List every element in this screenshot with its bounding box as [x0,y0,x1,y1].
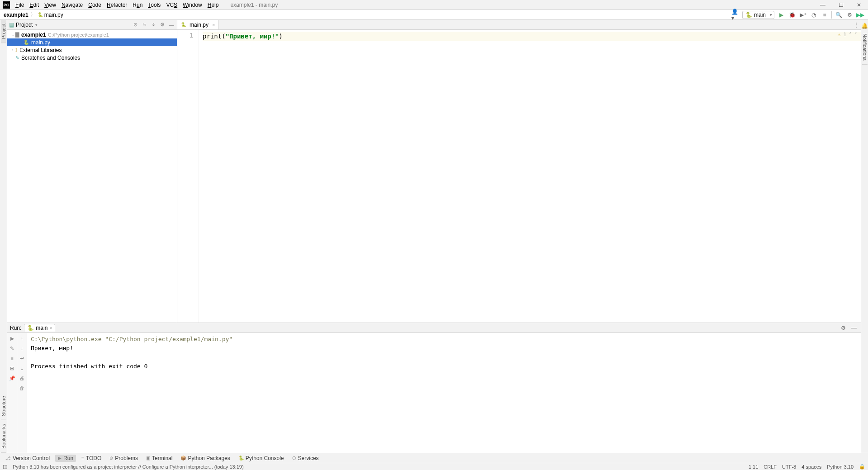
menu-help[interactable]: Help [205,1,222,9]
layout-icon[interactable]: ⊞ [9,365,16,372]
code-line-1[interactable]: print("Привет, мир!") [203,32,861,41]
maximize-button[interactable]: ☐ [832,0,850,10]
chevron-down-icon[interactable]: ▾ [35,23,38,27]
bottom-tab-run[interactable]: ▶Run [55,455,76,462]
status-line-sep[interactable]: CRLF [764,464,777,470]
external-libraries-label: External Libraries [19,47,62,53]
folder-icon: ▇ [15,32,19,38]
collapse-all-icon[interactable]: ≑ [150,21,157,28]
terminal-icon: ▣ [146,456,150,461]
run-icon: ▶ [58,456,62,461]
left-tab-structure[interactable]: Structure [1,392,6,420]
editor-tabs-more-icon[interactable]: ⋮ [852,20,861,29]
expand-arrow-icon[interactable]: ⌄ [10,33,15,37]
menu-vcs[interactable]: VCS [163,1,180,9]
scroll-to-end-icon[interactable]: ⤓ [19,365,26,372]
breadcrumb-root[interactable]: example1 [4,12,28,18]
select-opened-file-icon[interactable]: ⊙ [132,21,139,28]
todo-icon: ≡ [81,456,84,461]
settings-icon[interactable]: ⚙ [839,324,847,332]
right-tab-notifications[interactable]: Notifications [862,30,868,65]
print-icon[interactable]: 🖨 [19,375,26,382]
close-button[interactable]: ✕ [850,0,868,10]
menu-view[interactable]: View [42,1,59,9]
right-tool-strip: 🔔 Notifications [861,20,868,453]
menu-navigate[interactable]: Navigate [59,1,85,9]
down-icon[interactable]: ↓ [19,345,26,352]
bottom-tab-python-packages[interactable]: 📦Python Packages [178,455,232,462]
tree-external-libraries[interactable]: › 𝕀 External Libraries [7,46,177,54]
run-config-selector[interactable]: 🐍 main [742,11,774,19]
code-area[interactable]: print("Привет, мир!") ⚠ 1 ˄ ˅ [199,30,861,323]
stop-button[interactable]: ■ [821,11,829,19]
status-interpreter[interactable]: Python 3.10 [827,464,854,470]
add-user-icon[interactable]: 👤▾ [731,11,740,19]
breadcrumb-file[interactable]: main.py [44,12,63,18]
hide-panel-icon[interactable]: — [168,21,175,28]
next-highlight-icon[interactable]: ˅ [854,32,857,38]
run-primary-toolbar: ▶ ✎ ■ ⊞ 📌 [7,333,17,453]
menu-tools[interactable]: Tools [145,1,163,9]
menu-edit[interactable]: Edit [27,1,42,9]
profile-button[interactable]: ◔ [810,11,818,19]
search-everywhere-button[interactable]: 🔍 [835,11,843,19]
expand-arrow-icon[interactable]: › [10,48,15,52]
expand-all-icon[interactable]: ≒ [141,21,148,28]
services-icon: ⬡ [292,456,296,461]
left-tool-strip: Project Structure Bookmarks [0,20,7,453]
left-tab-project[interactable]: Project [1,20,6,43]
bottom-tab-problems[interactable]: ⊘Problems [107,455,141,462]
run-console[interactable]: C:\Python\python.exe "C:/Python project/… [27,333,861,453]
menu-run[interactable]: Run [130,1,145,9]
left-tab-bookmarks[interactable]: Bookmarks [1,420,6,453]
attach-debugger-icon[interactable]: ✎ [9,345,16,352]
settings-button[interactable]: ⚙ [845,11,854,19]
minimize-button[interactable]: — [814,0,832,10]
center-column: ▤ Project ▾ ⊙ ≒ ≑ ⚙ — ⌄ ▇ example1 C:\Py… [7,20,861,453]
project-tree[interactable]: ⌄ ▇ example1 C:\Python project\example1 … [7,30,177,323]
editor-tab-main[interactable]: 🐍 main.py × [177,20,219,29]
close-tab-icon[interactable]: × [212,22,215,28]
status-encoding[interactable]: UTF-8 [782,464,796,470]
prev-highlight-icon[interactable]: ˄ [849,32,852,38]
run-anything-button[interactable]: ▶▶ [856,11,864,19]
run-coverage-button[interactable]: ▶⁺ [799,11,807,19]
pin-icon[interactable]: 📌 [9,375,16,382]
bottom-tab-terminal[interactable]: ▣Terminal [143,455,175,462]
status-tool-window-icon[interactable]: ◫ [3,464,7,470]
bottom-tab-python-console[interactable]: 🐍Python Console [236,455,287,462]
inspection-widget[interactable]: ⚠ 1 ˄ ˅ [838,32,857,38]
up-icon[interactable]: ↑ [19,335,26,342]
menu-window[interactable]: Window [180,1,205,9]
run-config-name: main [754,12,766,18]
debug-button[interactable]: 🐞 [788,11,796,19]
tree-root[interactable]: ⌄ ▇ example1 C:\Python project\example1 [7,31,177,38]
project-view-icon: ▤ [9,22,14,28]
menu-file[interactable]: File [13,1,27,9]
notifications-icon[interactable]: 🔔 [861,22,868,30]
stop-icon[interactable]: ■ [9,355,16,362]
close-tab-icon[interactable]: × [49,326,52,331]
hide-panel-icon[interactable]: — [850,324,858,332]
tree-file-main[interactable]: 🐍 main.py [7,38,177,46]
menu-refactor[interactable]: Refactor [104,1,130,9]
menu-code[interactable]: Code [85,1,104,9]
tree-scratches[interactable]: ✎ Scratches and Consoles [7,54,177,62]
status-lock-icon[interactable]: 🔒 [859,464,865,470]
bottom-tab-todo[interactable]: ≡TODO [79,455,104,462]
status-caret-pos[interactable]: 1:11 [749,464,758,470]
editor-gutter: 1 [177,30,199,323]
clear-icon[interactable]: 🗑 [19,385,26,392]
project-title[interactable]: Project [16,22,33,28]
python-icon: 🐍 [27,325,34,331]
bottom-tab-services[interactable]: ⬡Services [289,455,322,462]
run-button[interactable]: ▶ [777,11,785,19]
run-tab-main[interactable]: 🐍 main × [24,324,55,332]
editor-body[interactable]: 1 print("Привет, мир!") ⚠ 1 ˄ ˅ [177,30,861,323]
soft-wrap-icon[interactable]: ↩ [19,355,26,362]
settings-icon[interactable]: ⚙ [159,21,166,28]
bottom-tab-version-control[interactable]: ⎇Version Control [3,455,52,462]
status-message[interactable]: Python 3.10 has been configured as a pro… [13,464,244,470]
rerun-icon[interactable]: ▶ [9,335,16,342]
status-indent[interactable]: 4 spaces [802,464,821,470]
